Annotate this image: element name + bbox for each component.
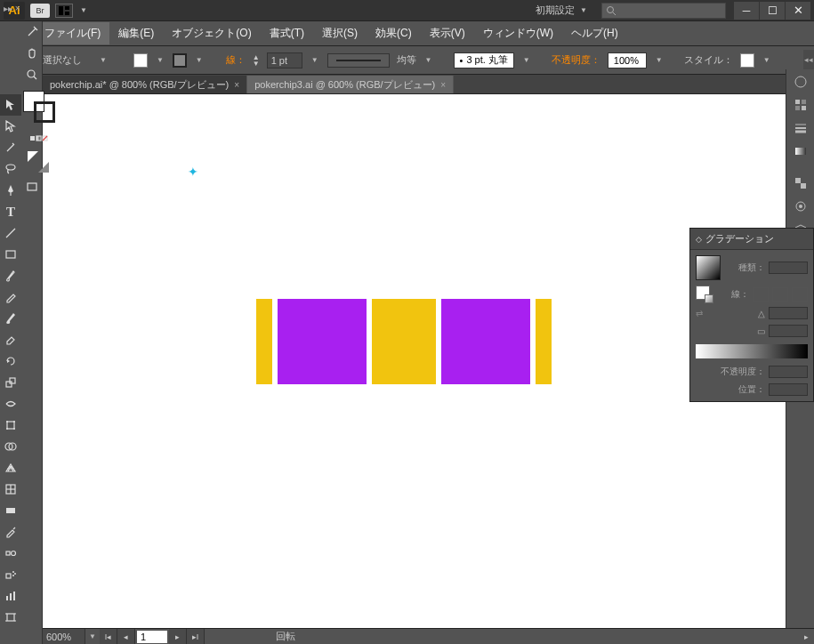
tool-zoom[interactable] bbox=[21, 64, 43, 85]
shape-rect-5[interactable] bbox=[536, 299, 552, 384]
artboard-number-field[interactable]: 1 bbox=[137, 631, 167, 643]
shape-rect-1[interactable] bbox=[256, 299, 272, 384]
tool-line[interactable] bbox=[0, 222, 21, 244]
menu-type[interactable]: 書式(T) bbox=[261, 22, 313, 44]
tool-rotate[interactable] bbox=[0, 350, 21, 372]
document-tab-1[interactable]: pokerchip.ai* @ 800% (RGB/プレビュー) × bbox=[43, 76, 247, 93]
tool-hand[interactable] bbox=[21, 43, 43, 64]
tool-blend[interactable] bbox=[0, 543, 21, 564]
gradient-stroke-swatch[interactable] bbox=[705, 294, 713, 303]
tool-column-graph[interactable] bbox=[0, 585, 21, 607]
arrange-documents-icon[interactable] bbox=[55, 4, 73, 18]
gradient-type-dropdown[interactable] bbox=[769, 262, 808, 274]
tool-change-screen-mode[interactable] bbox=[21, 176, 43, 197]
arrange-dropdown-arrow[interactable]: ▼ bbox=[78, 6, 89, 14]
tool-magic-wand[interactable] bbox=[0, 137, 21, 158]
tool-pen[interactable] bbox=[0, 180, 21, 201]
stroke-weight-stepper-icon[interactable]: ▲▼ bbox=[253, 54, 260, 67]
fill-stroke-indicator[interactable] bbox=[21, 89, 57, 125]
panel-header[interactable]: ◇ グラデーション bbox=[690, 229, 813, 250]
reverse-gradient-icon[interactable]: ⇄ bbox=[696, 309, 703, 318]
style-swatch[interactable] bbox=[740, 53, 754, 68]
stroke-gradient-mode-1[interactable] bbox=[753, 287, 769, 302]
menu-object[interactable]: オブジェクト(O) bbox=[163, 22, 260, 44]
tool-blob-brush[interactable] bbox=[0, 308, 21, 329]
tab-close-icon[interactable]: × bbox=[234, 80, 239, 90]
stroke-gradient-mode-3[interactable] bbox=[792, 287, 808, 302]
stroke-weight-field[interactable]: 1 pt bbox=[267, 52, 302, 68]
minimize-button[interactable]: ─ bbox=[734, 2, 759, 20]
menu-edit[interactable]: 編集(E) bbox=[109, 22, 163, 44]
artboard-next-button[interactable]: ▸ bbox=[169, 629, 187, 644]
tab-close-icon[interactable]: × bbox=[440, 80, 446, 90]
document-tab-2[interactable]: pokerchip3.ai @ 600% (RGB/プレビュー) × bbox=[247, 76, 454, 93]
gradient-aspect-field[interactable] bbox=[769, 325, 808, 337]
rail-expand-toggle[interactable]: ◂◂ bbox=[803, 50, 814, 69]
stroke-swatch[interactable] bbox=[173, 53, 187, 68]
tool-eraser[interactable] bbox=[0, 329, 21, 350]
artwork-group[interactable] bbox=[256, 299, 552, 384]
gradient-angle-field[interactable] bbox=[769, 307, 808, 319]
status-more-arrow[interactable]: ▸ bbox=[804, 632, 814, 641]
tool-slice[interactable] bbox=[21, 21, 43, 43]
rail-stroke-icon[interactable] bbox=[790, 117, 811, 139]
fill-swatch[interactable] bbox=[133, 53, 148, 68]
opacity-field[interactable]: 100% bbox=[608, 52, 647, 68]
expand-toolbox-toggle[interactable]: ▸▸ × bbox=[4, 4, 20, 13]
tool-selection[interactable] bbox=[0, 94, 21, 116]
menu-window[interactable]: ウィンドウ(W) bbox=[474, 22, 562, 44]
tool-direct-selection[interactable] bbox=[0, 116, 21, 137]
tool-type[interactable]: T bbox=[0, 201, 21, 222]
tool-width[interactable] bbox=[0, 393, 21, 415]
rail-gradient-icon[interactable] bbox=[790, 141, 811, 162]
menu-help[interactable]: ヘルプ(H) bbox=[562, 22, 627, 44]
tool-scale[interactable] bbox=[0, 372, 21, 393]
tool-mesh[interactable] bbox=[0, 479, 21, 500]
tool-shape-builder[interactable] bbox=[0, 436, 21, 457]
brush-dropdown-arrow[interactable]: ▼ bbox=[521, 56, 532, 64]
screen-mode-toggle[interactable] bbox=[26, 149, 52, 176]
tool-artboard[interactable] bbox=[0, 607, 21, 628]
gradient-stop-position-field[interactable] bbox=[769, 383, 808, 396]
zoom-dropdown-arrow[interactable]: ▼ bbox=[85, 632, 100, 640]
artboard-prev-button[interactable]: ◂ bbox=[117, 629, 135, 644]
gradient-preview[interactable] bbox=[696, 255, 721, 280]
rail-transparency-icon[interactable] bbox=[790, 173, 811, 194]
maximize-button[interactable]: ☐ bbox=[760, 2, 785, 20]
fill-dropdown-arrow[interactable]: ▼ bbox=[155, 56, 165, 64]
menu-view[interactable]: 表示(V) bbox=[421, 22, 474, 44]
color-mode-buttons[interactable] bbox=[28, 128, 50, 149]
artboard-first-button[interactable]: I◂ bbox=[100, 629, 117, 644]
tool-pencil[interactable] bbox=[0, 286, 21, 308]
artboard-last-button[interactable]: ▸I bbox=[187, 629, 205, 644]
panel-collapse-icon[interactable]: ◇ bbox=[696, 235, 702, 244]
opacity-dropdown-arrow[interactable]: ▼ bbox=[654, 56, 665, 64]
rail-appearance-icon[interactable] bbox=[790, 196, 811, 217]
tool-lasso[interactable] bbox=[0, 158, 21, 180]
stroke-gradient-mode-2[interactable] bbox=[772, 287, 788, 302]
stroke-swatch-dropdown-arrow[interactable]: ▼ bbox=[194, 56, 205, 64]
shape-rect-4[interactable] bbox=[441, 299, 530, 384]
gradient-stop-opacity-field[interactable] bbox=[769, 366, 808, 378]
stroke-profile-arrow[interactable]: ▼ bbox=[423, 56, 434, 64]
menu-effect[interactable]: 効果(C) bbox=[367, 22, 421, 44]
menu-select[interactable]: 選択(S) bbox=[313, 22, 367, 44]
tool-symbol-sprayer[interactable] bbox=[0, 564, 21, 585]
search-input[interactable] bbox=[601, 3, 726, 19]
tool-perspective-grid[interactable] bbox=[0, 457, 21, 479]
gradient-slider[interactable] bbox=[696, 344, 808, 358]
selection-dropdown-arrow[interactable]: ▼ bbox=[98, 56, 109, 64]
close-button[interactable]: ✕ bbox=[786, 2, 810, 20]
stroke-weight-dropdown-arrow[interactable]: ▼ bbox=[310, 56, 320, 64]
bridge-badge[interactable]: Br bbox=[30, 4, 50, 18]
tool-gradient[interactable] bbox=[0, 500, 21, 521]
tool-rectangle[interactable] bbox=[0, 244, 21, 265]
zoom-level-field[interactable]: 600% bbox=[43, 629, 85, 644]
tool-free-transform[interactable] bbox=[0, 415, 21, 436]
stroke-profile-dropdown[interactable] bbox=[327, 53, 390, 68]
tool-paintbrush[interactable] bbox=[0, 265, 21, 286]
rail-swatches-icon[interactable] bbox=[790, 94, 811, 116]
stroke-indicator[interactable] bbox=[34, 101, 55, 123]
shape-rect-2[interactable] bbox=[278, 299, 367, 384]
shape-rect-3[interactable] bbox=[372, 299, 436, 384]
